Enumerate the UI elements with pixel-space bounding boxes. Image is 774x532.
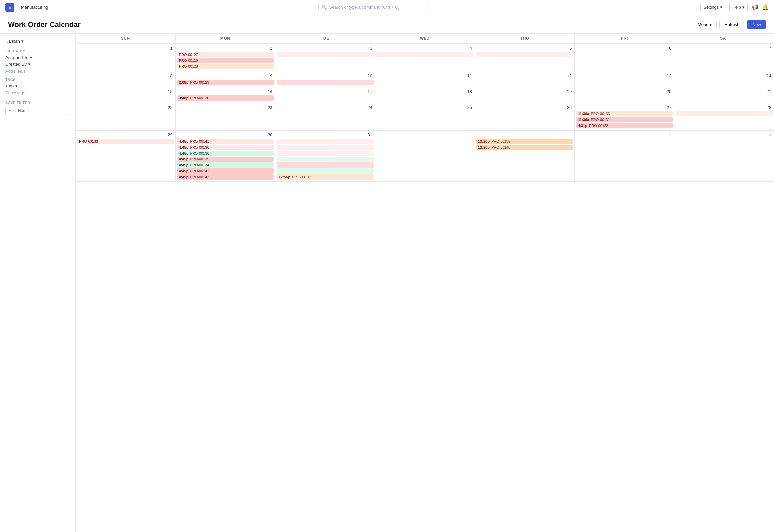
- event-PRO-00127[interactable]: PRO-00127: [177, 52, 274, 57]
- event-PRO-00136-cont[interactable]: [277, 157, 374, 162]
- calendar-day[interactable]: 18: [375, 87, 474, 103]
- day-header-sun: SUN: [76, 34, 175, 44]
- day-number: 7: [676, 45, 773, 52]
- event-PRO-00129-cont[interactable]: [277, 80, 374, 85]
- event-time: 12:20p: [478, 145, 490, 149]
- calendar-day[interactable]: 7: [674, 44, 774, 71]
- calendar-day[interactable]: 23: [175, 103, 275, 131]
- event-PRO-00133[interactable]: 11:36a PRO-00133: [576, 111, 673, 116]
- top-nav: E › Manufacturing 🔍 Search or type a com…: [0, 0, 774, 14]
- calendar-grid: SUN MON TUE WED THU FRI SAT 1 2: [76, 34, 774, 182]
- event-PRO-00135-cont[interactable]: [277, 162, 374, 168]
- event-PRO-00134[interactable]: 4:45p PRO-00134: [177, 162, 274, 168]
- calendar-day[interactable]: 4: [674, 131, 774, 182]
- event-PRO-00142[interactable]: 4:45p PRO-00142: [177, 168, 274, 174]
- calendar-day[interactable]: 12: [475, 71, 574, 87]
- event-PRO-00127-cont2[interactable]: [376, 52, 473, 57]
- event-id: [678, 112, 679, 116]
- calendar-day[interactable]: 3: [574, 131, 674, 182]
- event-PRO-00137[interactable]: 12:56p PRO-00137: [277, 174, 374, 180]
- event-PRO-00138-cont[interactable]: [277, 151, 374, 156]
- calendar-day[interactable]: 15: [76, 87, 175, 103]
- calendar-day[interactable]: 1: [76, 44, 175, 71]
- search-bar[interactable]: 🔍 Search or type a command (Ctrl + G): [318, 3, 430, 11]
- calendar-day[interactable]: 11: [375, 71, 474, 87]
- event-PRO-00143[interactable]: 4:45p PRO-00143: [177, 174, 274, 180]
- calendar-day[interactable]: 19: [475, 87, 574, 103]
- event-PRO-00128[interactable]: PRO-00128: [177, 64, 274, 69]
- calendar-day[interactable]: 29 PRO-00133: [76, 131, 175, 182]
- filter-name-input[interactable]: [5, 107, 70, 115]
- help-button[interactable]: Help ▾: [729, 3, 748, 11]
- calendar-day[interactable]: 3: [275, 44, 375, 71]
- calendar-day[interactable]: 28: [674, 103, 774, 131]
- event-PRO-00141[interactable]: 4:45p PRO-00141: [177, 139, 274, 144]
- event-id: PRO-00141: [190, 139, 209, 143]
- event-PRO-00132[interactable]: 4:31p PRO-00132: [576, 123, 673, 128]
- calendar-day[interactable]: 16 3:40p PRO-00130: [175, 87, 275, 103]
- event-PRO-00126[interactable]: PRO-00126: [177, 58, 274, 63]
- event-PRO-00130[interactable]: 3:40p PRO-00130: [177, 95, 274, 101]
- event-time: 4:45p: [179, 163, 188, 167]
- kanban-view-selector[interactable]: Kanban ▾: [5, 39, 70, 44]
- event-PRO-00139[interactable]: 12:20p PRO-00139: [476, 139, 573, 144]
- calendar-day[interactable]: 9 2:08p PRO-00129: [175, 71, 275, 87]
- event-PRO-00135[interactable]: 4:45p PRO-00135: [177, 157, 274, 162]
- event-PRO-00133-cont[interactable]: [676, 111, 773, 116]
- event-PRO-00138[interactable]: 4:45p PRO-00138: [177, 145, 274, 150]
- event-time: 12:56p: [279, 175, 290, 179]
- add-fields-button[interactable]: Add Fields +: [5, 69, 70, 74]
- assigned-to-filter[interactable]: Assigned To ▾: [5, 55, 70, 60]
- week-row: 8 9 2:08p PRO-00129 10: [76, 71, 774, 87]
- calendar-day[interactable]: 27 11:36a PRO-00133 11:36a PRO-00131 4:3…: [574, 103, 674, 131]
- week-row: 15 16 3:40p PRO-00130 17 18: [76, 87, 774, 103]
- show-tags-link[interactable]: Show tags: [5, 90, 70, 95]
- megaphone-icon[interactable]: 📢: [752, 4, 758, 10]
- calendar-day[interactable]: 4: [375, 44, 474, 71]
- calendar-day[interactable]: 6: [574, 44, 674, 71]
- refresh-button[interactable]: Refresh: [719, 20, 744, 29]
- calendar-day[interactable]: 5: [475, 44, 574, 71]
- calendar-day[interactable]: 24: [275, 103, 375, 131]
- menu-button[interactable]: Menu ▾: [693, 20, 717, 29]
- day-header-mon: MON: [175, 34, 275, 44]
- chevron-down-icon: ▾: [720, 5, 722, 10]
- event-PRO-00134-cont[interactable]: [277, 168, 374, 174]
- settings-button[interactable]: Settings ▾: [700, 3, 725, 11]
- day-number: 14: [676, 73, 773, 80]
- calendar-day[interactable]: 8: [76, 71, 175, 87]
- calendar-day[interactable]: 14: [674, 71, 774, 87]
- created-by-filter[interactable]: Created By ▾: [5, 62, 70, 67]
- day-number: 12: [476, 73, 573, 80]
- event-PRO-00131[interactable]: 11:36a PRO-00131: [576, 117, 673, 122]
- calendar-day[interactable]: 2 PRO-00127 PRO-00126 PRO-00128: [175, 44, 275, 71]
- event-PRO-00133-29[interactable]: PRO-00133: [77, 139, 174, 144]
- calendar-day[interactable]: 1: [375, 131, 474, 182]
- calendar-day[interactable]: 30 4:45p PRO-00141 4:45p PRO-00138 4:45p…: [175, 131, 275, 182]
- bell-icon[interactable]: 🔔: [762, 4, 769, 10]
- tags-dropdown[interactable]: Tags ▾: [5, 84, 70, 88]
- event-PRO-00136[interactable]: 4:45p PRO-00136: [177, 151, 274, 156]
- event-PRO-00127-cont[interactable]: [277, 52, 374, 57]
- event-PRO-00141-cont[interactable]: [277, 145, 374, 150]
- calendar-day[interactable]: 17: [275, 87, 375, 103]
- event-PRO-00140[interactable]: 12:20p PRO-00140: [476, 145, 573, 150]
- week-row: 29 PRO-00133 30 4:45p PRO-00141 4:45p: [76, 131, 774, 182]
- calendar-day[interactable]: 22: [76, 103, 175, 131]
- day-number: 15: [77, 88, 174, 95]
- save-filter-label: SAVE FILTER: [5, 101, 70, 105]
- calendar-day[interactable]: 10: [275, 71, 375, 87]
- calendar-day[interactable]: 2 12:20p PRO-00139 12:20p PRO-00140: [475, 131, 574, 182]
- calendar-day[interactable]: 31: [275, 131, 375, 182]
- calendar-day[interactable]: 25: [375, 103, 474, 131]
- event-PRO-00127-cont3[interactable]: [476, 52, 573, 57]
- calendar-day[interactable]: 20: [574, 87, 674, 103]
- calendar-day[interactable]: 13: [574, 71, 674, 87]
- week-row: 1 2 PRO-00127 PRO-00126 PRO-00128: [76, 44, 774, 71]
- event-PRO-00133-31-cont[interactable]: [277, 139, 374, 144]
- calendar-day[interactable]: 21: [674, 87, 774, 103]
- calendar-day[interactable]: 26: [475, 103, 574, 131]
- event-PRO-00129[interactable]: 2:08p PRO-00129: [177, 80, 274, 85]
- new-button[interactable]: New: [747, 20, 766, 29]
- event-id: [279, 80, 280, 84]
